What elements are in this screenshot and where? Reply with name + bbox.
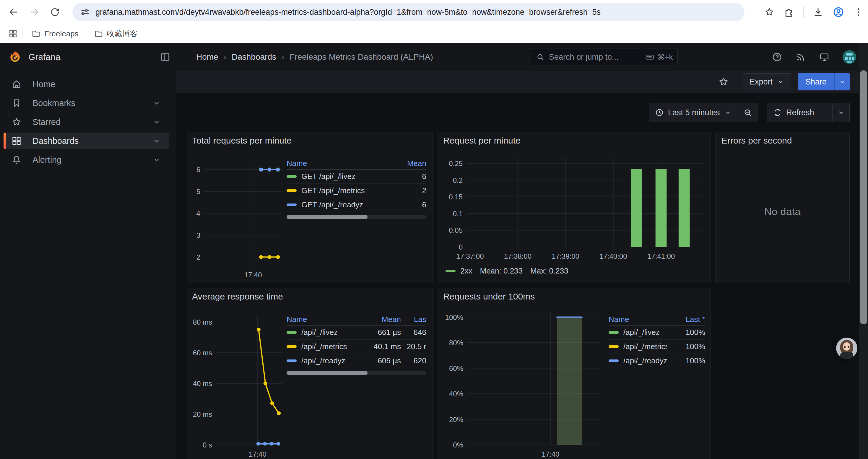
favorite-star-icon[interactable] bbox=[718, 76, 729, 88]
legend-col[interactable]: Mean bbox=[356, 315, 401, 324]
legend-max: Max: 0.233 bbox=[530, 266, 568, 275]
page-scrollbar[interactable] bbox=[859, 43, 868, 459]
series-color-pill bbox=[609, 345, 619, 348]
apps-grid-icon[interactable] bbox=[8, 29, 18, 38]
chevron-down-icon[interactable] bbox=[151, 99, 162, 107]
address-bar[interactable]: grafana.mathmast.com/d/deytv4rwavabkb/fr… bbox=[72, 3, 745, 21]
legend-row[interactable]: /api/_/metrics40.1 ms20.5 r bbox=[286, 340, 426, 354]
chevron-down-icon bbox=[724, 109, 732, 117]
grafana-brand[interactable]: Grafana bbox=[8, 43, 60, 71]
chevron-down-icon[interactable] bbox=[151, 156, 162, 164]
legend-header: NameMeanLas bbox=[286, 314, 426, 326]
svg-text:17:38:00: 17:38:00 bbox=[504, 252, 531, 260]
panel-errors-per-second: Errors per second No data bbox=[715, 132, 850, 283]
panel-title[interactable]: Total requests per minute bbox=[192, 136, 291, 145]
panel-title[interactable]: Average response time bbox=[192, 292, 283, 302]
chevron-down-icon[interactable] bbox=[151, 137, 162, 145]
breadcrumb-separator-icon: › bbox=[282, 52, 284, 62]
svg-text:17:40: 17:40 bbox=[244, 271, 262, 279]
panel-title[interactable]: Requests under 100ms bbox=[443, 292, 535, 302]
sidebar-item-dashboards[interactable]: Dashboards bbox=[4, 133, 169, 149]
breadcrumb-dashboards[interactable]: Dashboards bbox=[231, 52, 276, 62]
time-range-picker[interactable]: Last 5 minutes bbox=[649, 103, 738, 122]
user-avatar[interactable] bbox=[843, 50, 856, 64]
back-icon[interactable] bbox=[5, 4, 22, 21]
legend-row[interactable]: GET /api/_/readyz6 bbox=[286, 198, 426, 212]
svg-text:80 ms: 80 ms bbox=[193, 318, 212, 326]
zoom-out-button[interactable] bbox=[738, 103, 757, 122]
refresh-button[interactable]: Refresh bbox=[767, 103, 833, 122]
legend-row[interactable]: /api/_/readyz100% bbox=[609, 354, 705, 368]
profile-icon[interactable] bbox=[833, 6, 844, 18]
legend-row[interactable]: /api/_/livez661 µs646 bbox=[286, 326, 426, 340]
chevron-down-icon bbox=[777, 78, 784, 86]
export-button[interactable]: Export bbox=[743, 73, 791, 90]
header-icons bbox=[772, 43, 856, 71]
extensions-puzzle-icon[interactable] bbox=[783, 7, 794, 18]
panel-avg-response-time: Average response time 80 ms60 ms40 ms20 … bbox=[186, 288, 433, 459]
browser-menu-icon[interactable] bbox=[853, 7, 864, 18]
search-icon bbox=[536, 53, 545, 61]
series-color-pill bbox=[286, 359, 297, 362]
refresh-interval-caret[interactable] bbox=[833, 103, 850, 122]
legend-scrollbar[interactable] bbox=[286, 215, 426, 219]
series-color-pill bbox=[445, 270, 456, 272]
site-info-icon[interactable] bbox=[80, 7, 90, 17]
bookmark-folder-label: Freeleaps bbox=[44, 29, 79, 38]
floating-avatar-widget[interactable] bbox=[836, 338, 857, 359]
legend-row[interactable]: GET /api/_/metrics2 bbox=[286, 184, 426, 198]
search-input[interactable]: Search or jump to... ⌘+k bbox=[531, 48, 678, 66]
bookmark-icon bbox=[11, 98, 22, 108]
breadcrumb-home[interactable]: Home bbox=[196, 52, 218, 62]
legend-col[interactable]: Las bbox=[401, 315, 426, 324]
bookmarks-bar: Freeleaps 收藏博客 bbox=[0, 24, 868, 43]
panel-title[interactable]: Request per minute bbox=[443, 136, 521, 145]
legend-row[interactable]: /api/_/metrics100% bbox=[609, 340, 705, 354]
legend-col[interactable]: Last * bbox=[667, 315, 705, 324]
bookmark-star-icon[interactable] bbox=[764, 7, 775, 18]
url-text: grafana.mathmast.com/d/deytv4rwavabkb/fr… bbox=[95, 8, 601, 17]
legend-scrollbar[interactable] bbox=[286, 371, 426, 375]
legend-row[interactable]: /api/_/readyz605 µs620 bbox=[286, 354, 426, 368]
legend-table: NameLast */api/_/livez100%/api/_/metrics… bbox=[609, 314, 705, 368]
legend-col[interactable]: Mean bbox=[391, 159, 426, 168]
legend-col-name[interactable]: Name bbox=[286, 315, 356, 324]
bookmark-folder-freeleaps[interactable]: Freeleaps bbox=[27, 27, 83, 41]
share-button[interactable]: Share bbox=[798, 73, 850, 90]
legend-row[interactable]: /api/_/livez100% bbox=[609, 326, 705, 340]
svg-text:40 ms: 40 ms bbox=[193, 380, 212, 388]
share-label[interactable]: Share bbox=[798, 73, 834, 90]
legend-header: NameMean bbox=[286, 157, 426, 169]
sidebar-item-alerting[interactable]: Alerting bbox=[4, 152, 169, 168]
download-icon[interactable] bbox=[812, 6, 824, 18]
news-rss-icon[interactable] bbox=[795, 52, 806, 62]
bell-icon bbox=[11, 155, 22, 165]
sidebar-item-bookmarks[interactable]: Bookmarks bbox=[4, 95, 169, 111]
svg-text:17:41:00: 17:41:00 bbox=[647, 252, 675, 260]
legend-col-name[interactable]: Name bbox=[286, 159, 391, 168]
bookmark-folder-blogs[interactable]: 收藏博客 bbox=[89, 26, 143, 41]
folder-icon bbox=[31, 29, 41, 38]
help-icon[interactable] bbox=[772, 52, 782, 62]
sidebar-item-home[interactable]: Home bbox=[4, 76, 169, 93]
scrollbar-thumb[interactable] bbox=[860, 70, 867, 324]
toolbar-divider bbox=[803, 6, 804, 18]
chevron-down-icon[interactable] bbox=[151, 118, 162, 126]
legend-row[interactable]: GET /api/_/livez6 bbox=[286, 169, 426, 184]
legend-col-name[interactable]: Name bbox=[609, 315, 667, 324]
time-controls: Last 5 minutes Refresh bbox=[649, 103, 850, 122]
svg-text:0: 0 bbox=[459, 243, 463, 251]
series-color-pill bbox=[609, 359, 619, 362]
kiosk-monitor-icon[interactable] bbox=[819, 52, 830, 62]
svg-text:0.25: 0.25 bbox=[449, 160, 463, 167]
reload-icon[interactable] bbox=[47, 4, 63, 21]
series-legend[interactable]: 2xx Mean: 0.233 Max: 0.233 bbox=[445, 266, 568, 276]
browser-toolbar: grafana.mathmast.com/d/deytv4rwavabkb/fr… bbox=[0, 0, 868, 24]
share-menu-caret[interactable] bbox=[834, 73, 850, 90]
sidebar-item-starred[interactable]: Starred bbox=[4, 114, 169, 130]
sidebar-collapse-icon[interactable] bbox=[159, 52, 171, 63]
panel-request-per-minute: Request per minute 0.250.20.150.10.05017… bbox=[437, 132, 711, 283]
panel-title[interactable]: Errors per second bbox=[721, 136, 792, 145]
series-color-pill bbox=[286, 331, 297, 334]
dashboard-subheader: Export Share bbox=[176, 71, 868, 93]
